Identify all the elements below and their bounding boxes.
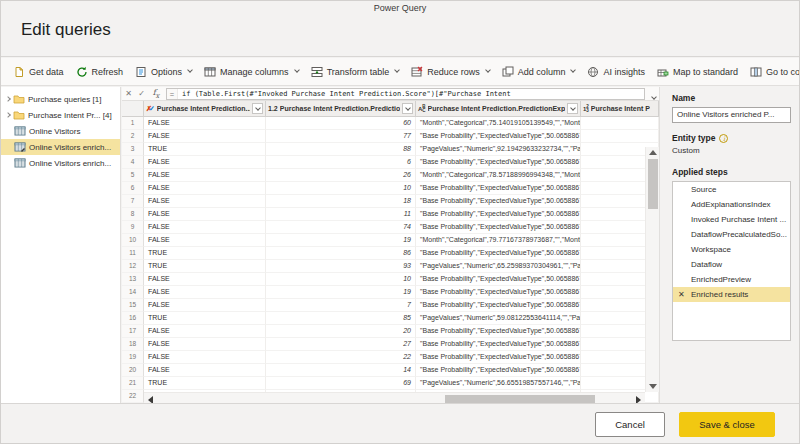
row-number-cell[interactable]: 21 [122, 377, 144, 390]
row-number-cell[interactable]: 18 [122, 338, 144, 351]
expand-arrow-icon[interactable] [5, 112, 11, 118]
prediction-explanation-cell[interactable]: "PageValues","Numeric",92.19429633232734… [416, 143, 581, 156]
prediction-explanation-cell[interactable]: "Base Probability","ExpectedValueType",5… [416, 338, 581, 351]
row-number-cell[interactable]: 4 [122, 156, 144, 169]
prediction-score-cell[interactable]: 69 [266, 377, 416, 390]
prediction-explanation-cell[interactable]: "Base Probability","ExpectedValueType",5… [416, 156, 581, 169]
prediction-cell[interactable]: FALSE [144, 273, 266, 286]
prediction-score-cell[interactable]: 10 [266, 182, 416, 195]
sidebar-item-purchase-intent[interactable]: Purchase Intent Pr... [4] [1, 107, 120, 123]
formula-input[interactable]: = if (Table.First(#"Invoked Purchase Int… [166, 88, 645, 100]
sidebar-item-purchase-queries[interactable]: Purchase queries [1] [1, 91, 120, 107]
prediction-explanation-cell[interactable]: "Base Probability","ExpectedValueType",5… [416, 364, 581, 377]
get-data-button[interactable]: Get data [7, 61, 70, 83]
name-input[interactable]: Online Visitors enriched P... [672, 107, 791, 123]
column-header-prediction[interactable]: ✗✓ Purchase Intent Prediction.... [144, 101, 266, 117]
row-number-cell[interactable]: 7 [122, 195, 144, 208]
prediction-score-cell[interactable]: 10 [266, 273, 416, 286]
applied-step-enrichedpreview[interactable]: EnrichedPreview [673, 272, 790, 287]
row-number-cell[interactable]: 13 [122, 273, 144, 286]
prediction-score-cell[interactable]: 93 [266, 260, 416, 273]
prediction-explanation-cell[interactable]: "Base Probability","ExpectedValueType",5… [416, 182, 581, 195]
prediction-explanation-cell[interactable]: "Base Probability","ExpectedValueType",5… [416, 325, 581, 338]
row-number-cell[interactable]: 11 [122, 247, 144, 260]
prediction-cell[interactable]: TRUE [144, 377, 266, 390]
prediction-score-cell[interactable]: 86 [266, 247, 416, 260]
prediction-cell[interactable]: FALSE [144, 169, 266, 182]
applied-step-workspace[interactable]: Workspace [673, 242, 790, 257]
row-number-cell[interactable]: 9 [122, 221, 144, 234]
filter-button[interactable] [567, 103, 578, 114]
reduce-rows-button[interactable]: Reduce rows [405, 61, 496, 83]
prediction-explanation-cell[interactable]: "Month","Categorical",79.77167378973687,… [416, 234, 581, 247]
row-number-cell[interactable]: 20 [122, 364, 144, 377]
prediction-cell[interactable]: FALSE [144, 221, 266, 234]
grid-corner-cell[interactable] [122, 101, 144, 117]
prediction-score-cell[interactable]: 7 [266, 299, 416, 312]
applied-step-dataflow[interactable]: Dataflow [673, 257, 790, 272]
row-number-cell[interactable]: 19 [122, 351, 144, 364]
cancel-button[interactable]: Cancel [595, 412, 665, 437]
sidebar-item-online-visitors[interactable]: Online Visitors [1, 123, 120, 139]
prediction-explanation-cell[interactable]: "Month","Categorical",75.14019105139549,… [416, 117, 581, 130]
applied-step-invoked-purchase-intent-[interactable]: Invoked Purchase Intent ... [673, 212, 790, 227]
commit-formula-icon[interactable]: ✓ [135, 89, 148, 98]
applied-step-addexplanationsindex[interactable]: AddExplanationsIndex [673, 197, 790, 212]
column-header-prediction-score[interactable]: 1.2 Purchase Intent Prediction.Predictio… [266, 101, 416, 117]
scroll-down-icon[interactable] [649, 384, 657, 389]
prediction-explanation-cell[interactable]: "PageValues","Numeric",59.08122553641114… [416, 312, 581, 325]
prediction-cell[interactable]: TRUE [144, 143, 266, 156]
row-number-cell[interactable]: 14 [122, 286, 144, 299]
prediction-score-cell[interactable]: 77 [266, 130, 416, 143]
prediction-explanation-cell[interactable]: "PageValues","Numeric",56.65519857557146… [416, 377, 581, 390]
applied-step-dataflowprecalculatedso-[interactable]: DataflowPrecalculatedSo... [673, 227, 790, 242]
row-number-cell[interactable]: 6 [122, 182, 144, 195]
vertical-scrollbar[interactable] [645, 147, 659, 392]
prediction-score-cell[interactable]: 20 [266, 325, 416, 338]
prediction-score-cell[interactable]: 85 [266, 312, 416, 325]
info-icon[interactable]: i [719, 134, 728, 143]
expand-arrow-icon[interactable] [5, 96, 11, 102]
prediction-cell[interactable]: FALSE [144, 351, 266, 364]
prediction-cell[interactable]: FALSE [144, 364, 266, 377]
prediction-explanation-cell[interactable]: "Month","Categorical",78.57188996994348,… [416, 169, 581, 182]
prediction-score-cell[interactable]: 14 [266, 364, 416, 377]
filter-button[interactable] [402, 103, 413, 114]
map-to-standard-button[interactable]: Map to standard [651, 61, 744, 83]
row-number-cell[interactable]: 12 [122, 260, 144, 273]
add-column-button[interactable]: Add column [496, 61, 582, 83]
options-button[interactable]: Options [129, 61, 198, 83]
formula-text[interactable]: if (Table.First(#"Invoked Purchase Inten… [178, 90, 644, 98]
purchase-intent-cell[interactable] [581, 130, 659, 143]
manage-columns-button[interactable]: Manage columns [198, 61, 305, 83]
prediction-cell[interactable]: TRUE [144, 260, 266, 273]
prediction-score-cell[interactable]: 19 [266, 234, 416, 247]
ai-insights-button[interactable]: AI insights [581, 61, 651, 83]
transform-table-button[interactable]: Transform table [305, 61, 406, 83]
prediction-score-cell[interactable]: 6 [266, 156, 416, 169]
filter-button[interactable] [252, 103, 263, 114]
expand-formula-bar-button[interactable] [647, 85, 659, 103]
prediction-explanation-cell[interactable]: "Base Probability","ExpectedValueType",5… [416, 351, 581, 364]
prediction-cell[interactable]: FALSE [144, 286, 266, 299]
delete-step-icon[interactable]: ✕ [678, 287, 685, 302]
cancel-formula-icon[interactable]: ✕ [122, 89, 135, 98]
prediction-explanation-cell[interactable]: "Base Probability","ExpectedValueType",5… [416, 299, 581, 312]
row-number-cell[interactable]: 15 [122, 299, 144, 312]
prediction-explanation-cell[interactable]: "Base Probability","ExpectedValueType",5… [416, 195, 581, 208]
prediction-cell[interactable]: FALSE [144, 117, 266, 130]
column-header-prediction-explanation[interactable]: ABC Purchase Intent Prediction.Predictio… [416, 101, 581, 117]
sidebar-item-online-visitors-enriched-2[interactable]: Online Visitors enrich... [1, 155, 120, 171]
column-header-purchase-intent[interactable]: 123 Purchase Intent P [581, 101, 659, 117]
prediction-score-cell[interactable]: 19 [266, 286, 416, 299]
prediction-explanation-cell[interactable]: "PageValues","Numeric",65.25989370304961… [416, 260, 581, 273]
prediction-cell[interactable]: FALSE [144, 338, 266, 351]
prediction-cell[interactable]: FALSE [144, 208, 266, 221]
row-number-cell[interactable]: 10 [122, 234, 144, 247]
row-number-cell[interactable]: 2 [122, 130, 144, 143]
scroll-up-icon[interactable] [649, 150, 657, 155]
row-number-cell[interactable]: 17 [122, 325, 144, 338]
prediction-cell[interactable]: FALSE [144, 130, 266, 143]
prediction-score-cell[interactable]: 60 [266, 117, 416, 130]
prediction-score-cell[interactable]: 88 [266, 143, 416, 156]
